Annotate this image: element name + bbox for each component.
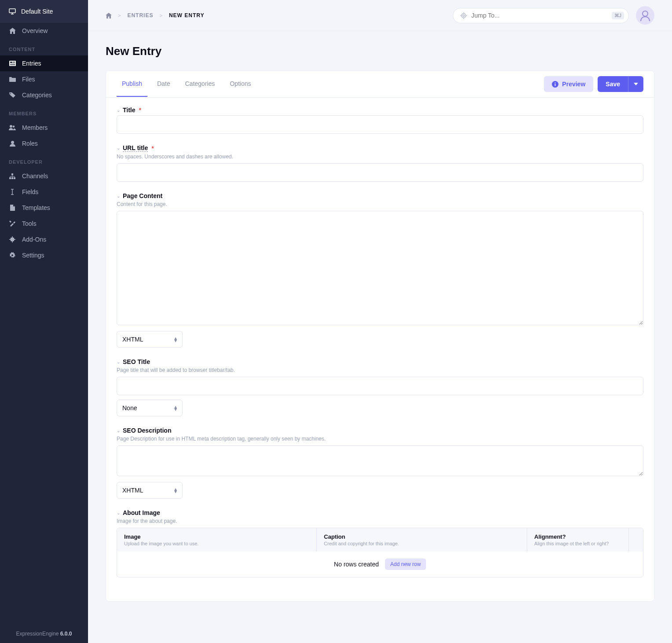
grid-col-caption: Caption Credit and copyright for this im… — [317, 528, 527, 551]
sidebar-item-label: Templates — [22, 204, 50, 211]
preview-button[interactable]: Preview — [544, 76, 593, 92]
svg-rect-5 — [13, 62, 15, 62]
sidebar-item-categories[interactable]: Categories — [0, 87, 88, 103]
site-switcher[interactable]: Default Site — [0, 0, 88, 23]
tab-date[interactable]: Date — [152, 71, 176, 97]
grid-col-actions — [629, 528, 643, 551]
target-icon — [460, 12, 467, 19]
breadcrumb-sep: > — [159, 13, 162, 18]
monitor-icon — [9, 8, 16, 15]
entry-panel: Publish Date Categories Options Preview … — [106, 70, 654, 602]
seo-description-format-select[interactable]: XHTML ▴▾ — [117, 482, 183, 499]
breadcrumb-entries[interactable]: ENTRIES — [127, 12, 153, 18]
topbar: > ENTRIES > NEW ENTRY ⌘J — [88, 0, 672, 31]
jump-shortcut: ⌘J — [612, 12, 624, 19]
seo-title-input[interactable] — [117, 377, 643, 395]
breadcrumb-current: NEW ENTRY — [169, 12, 205, 18]
svg-rect-13 — [11, 177, 13, 179]
sidebar-item-overview[interactable]: Overview — [0, 23, 88, 39]
jump-input[interactable] — [471, 12, 607, 19]
sidebar-item-label: Settings — [22, 252, 44, 259]
svg-rect-19 — [555, 84, 556, 86]
panel-tabs: Publish Date Categories Options Preview … — [106, 71, 654, 98]
svg-rect-3 — [10, 64, 15, 64]
save-button-group: Save — [598, 76, 643, 92]
required-indicator: * — [151, 145, 154, 152]
select-caret-icon: ▴▾ — [174, 337, 177, 342]
sidebar-item-roles[interactable]: Roles — [0, 136, 88, 151]
avatar[interactable] — [636, 6, 654, 25]
svg-rect-11 — [11, 173, 13, 175]
page-content-format-select[interactable]: XHTML ▴▾ — [117, 331, 183, 348]
breadcrumb-sep: > — [118, 13, 121, 18]
svg-point-8 — [10, 125, 12, 128]
sidebar-item-label: Fields — [22, 188, 38, 195]
seo-description-textarea[interactable] — [117, 445, 643, 476]
tab-categories[interactable]: Categories — [180, 71, 220, 97]
sidebar-item-label: Add-Ons — [22, 236, 46, 243]
home-icon[interactable] — [106, 13, 112, 18]
page-content-textarea[interactable] — [117, 211, 643, 325]
sidebar-footer: ExpressionEngine 6.0.0 — [0, 625, 88, 643]
svg-point-20 — [555, 82, 556, 83]
sidebar-item-fields[interactable]: Fields — [0, 184, 88, 200]
save-button[interactable]: Save — [598, 76, 628, 92]
grid-col-image: Image Upload the image you want to use. — [117, 528, 317, 551]
svg-rect-12 — [9, 177, 11, 179]
url-title-input[interactable] — [117, 163, 643, 182]
chevron-down-icon: ⌄ — [117, 108, 120, 113]
tab-publish[interactable]: Publish — [117, 71, 147, 97]
folder-icon — [9, 77, 16, 82]
sidebar-item-tools[interactable]: Tools — [0, 216, 88, 231]
sidebar-item-label: Entries — [22, 60, 41, 67]
grid-footer: No rows created Add new row — [117, 551, 643, 577]
sidebar-item-label: Overview — [22, 27, 48, 34]
users-icon — [9, 125, 16, 130]
sidebar-item-label: Channels — [22, 173, 48, 180]
eye-icon — [552, 81, 558, 88]
select-caret-icon: ▴▾ — [174, 405, 177, 411]
svg-rect-2 — [10, 62, 12, 63]
i-cursor-icon — [9, 189, 16, 195]
svg-point-15 — [462, 13, 466, 18]
svg-point-9 — [13, 125, 15, 127]
field-page-content: ⌄Page Content Content for this page. XHT… — [117, 192, 643, 348]
grid-col-alignment: Alignment? Align this image ot the left … — [527, 528, 629, 551]
field-title: ⌄Title* — [117, 107, 643, 134]
add-row-button[interactable]: Add new row — [385, 558, 426, 570]
seo-title-format-select[interactable]: None ▴▾ — [117, 400, 183, 416]
grid-empty-text: No rows created — [334, 561, 379, 568]
user-icon — [9, 141, 16, 147]
svg-point-10 — [11, 141, 14, 144]
sidebar-item-files[interactable]: Files — [0, 71, 88, 87]
sidebar-item-label: Files — [22, 76, 35, 83]
chevron-down-icon: ⌄ — [117, 511, 120, 515]
sidebar-item-channels[interactable]: Channels — [0, 168, 88, 184]
field-about-image: ⌄About Image Image for the about page. I… — [117, 509, 643, 577]
field-url-title: ⌄URL title* No spaces. Underscores and d… — [117, 144, 643, 182]
sidebar-item-label: Members — [22, 124, 48, 131]
field-seo-title: ⌄SEO Title Page title that will be added… — [117, 358, 643, 416]
site-name: Default Site — [21, 8, 53, 15]
file-icon — [9, 205, 16, 211]
about-image-grid: Image Upload the image you want to use. … — [117, 528, 643, 577]
sidebar-item-templates[interactable]: Templates — [0, 200, 88, 216]
svg-rect-4 — [10, 65, 15, 65]
page-title: New Entry — [106, 44, 654, 58]
chevron-down-icon: ⌄ — [117, 428, 120, 433]
sidebar-item-members[interactable]: Members — [0, 120, 88, 136]
jump-to[interactable]: ⌘J — [453, 8, 629, 23]
sidebar-item-label: Roles — [22, 140, 38, 147]
tab-options[interactable]: Options — [224, 71, 256, 97]
sidebar-item-entries[interactable]: Entries — [0, 55, 88, 71]
sidebar-item-label: Tools — [22, 220, 37, 227]
sidebar-section-members: MEMBERS — [0, 103, 88, 120]
save-dropdown-button[interactable] — [628, 76, 643, 92]
svg-rect-6 — [13, 62, 15, 63]
title-input[interactable] — [117, 115, 643, 134]
sidebar-item-label: Categories — [22, 92, 52, 99]
sidebar-item-addons[interactable]: Add-Ons — [0, 231, 88, 247]
home-icon — [9, 28, 16, 34]
sidebar-item-settings[interactable]: Settings — [0, 247, 88, 263]
breadcrumb: > ENTRIES > NEW ENTRY — [106, 12, 204, 18]
